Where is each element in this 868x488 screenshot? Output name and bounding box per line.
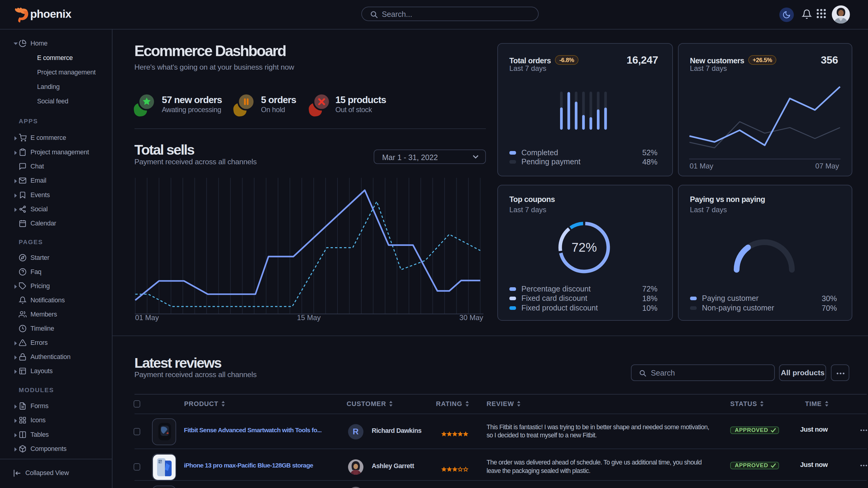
svg-text:72%: 72% [571,240,597,254]
